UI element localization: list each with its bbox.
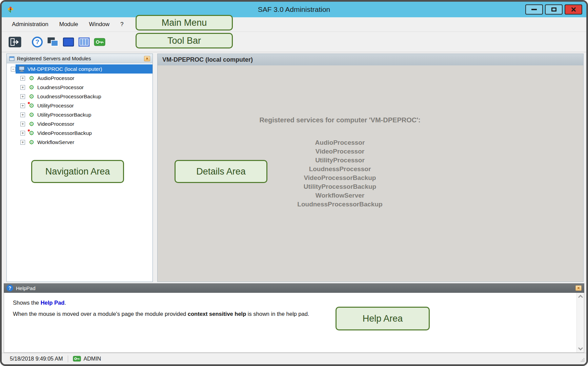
tree-item-label: UtilityProcessor	[37, 103, 74, 109]
alert-dot	[27, 102, 30, 104]
minimize-icon	[531, 9, 537, 10]
help-icon: ?	[32, 37, 43, 47]
help-line-2: When the mouse is moved over a module's …	[13, 311, 568, 317]
status-separator	[68, 355, 68, 362]
main-menu-bar: Administration Module Window ?	[2, 17, 586, 32]
tree-item-label: LoudnessProcessor	[37, 84, 84, 90]
module-gear-icon: ⚙	[28, 121, 35, 127]
navigation-close-button[interactable]: ×	[144, 56, 150, 61]
module-gear-icon: ⚙	[28, 130, 35, 137]
close-button[interactable]	[565, 4, 582, 15]
helppad-panel: ? HelpPad × Shows the Help Pad. When the…	[4, 283, 584, 353]
tree-item-label: VideoProcessor	[37, 121, 74, 127]
service-name: UtilityProcessorBackup	[158, 182, 522, 191]
gear-glyph: ⚙	[28, 121, 35, 127]
details-header-title: VM-DPEPROC (local computer)	[162, 56, 253, 63]
expand-icon[interactable]: +	[20, 140, 25, 145]
table-view-button[interactable]	[76, 34, 92, 50]
exit-button[interactable]	[7, 34, 23, 50]
help-text: .	[64, 300, 66, 306]
exit-door-icon	[8, 37, 21, 47]
helppad-header: ? HelpPad ×	[4, 283, 584, 293]
help-line-1: Shows the Help Pad.	[13, 300, 568, 306]
tree-root-label: VM-DPEPROC (local computer)	[27, 66, 102, 72]
tree-item-label: VideoProcessorBackup	[37, 130, 92, 136]
screen-icon	[63, 37, 74, 47]
gear-glyph: ⚙	[28, 93, 35, 100]
details-header: VM-DPEPROC (local computer)	[158, 54, 583, 65]
help-text: is shown in the help pad.	[246, 311, 309, 317]
minimize-button[interactable]	[525, 4, 543, 15]
computer-icon	[18, 66, 25, 73]
tree-item-label: WorkflowServer	[37, 139, 74, 145]
helppad-title: HelpPad	[16, 285, 36, 291]
help-button[interactable]: ?	[29, 34, 45, 50]
tree-item-audioprocessor[interactable]: + ⚙ AudioProcessor	[7, 74, 153, 83]
tree-item-loudnessprocessorbackup[interactable]: + ⚙ LoudnessProcessorBackup	[7, 92, 153, 101]
tree-item-videoprocessor[interactable]: + ⚙ VideoProcessor	[7, 119, 153, 128]
alert-dot	[27, 129, 30, 132]
gear-glyph: ⚙	[28, 139, 35, 146]
help-text: Shows the	[13, 300, 41, 306]
tree-item-loudnessprocessor[interactable]: + ⚙ LoudnessProcessor	[7, 83, 153, 92]
module-gear-icon: ⚙	[28, 75, 35, 82]
login-key-button[interactable]	[92, 34, 107, 50]
help-pad-link[interactable]: Help Pad	[41, 300, 65, 306]
navigation-panel-title: Registered Servers and Modules	[17, 56, 91, 61]
module-windows-icon	[47, 37, 59, 47]
module-gear-icon: ⚙	[28, 139, 35, 146]
collapse-icon[interactable]: −	[11, 67, 16, 72]
module-gear-icon: ⚙	[28, 93, 35, 100]
module-gear-icon: ⚙	[28, 111, 35, 118]
table-columns-icon	[78, 37, 90, 47]
app-flower-icon	[6, 5, 15, 14]
registered-services-title: Registered services for computer 'VM-DPE…	[158, 116, 522, 124]
panel-splitter[interactable]	[153, 54, 157, 282]
menu-window[interactable]: Window	[83, 17, 115, 32]
status-user: ADMIN	[73, 356, 101, 362]
expand-icon[interactable]: +	[20, 94, 25, 99]
tree-item-utilityprocessor[interactable]: + ⚙ UtilityProcessor	[7, 101, 153, 110]
tree-item-label: AudioProcessor	[37, 75, 74, 81]
helppad-question-icon: ?	[6, 285, 13, 291]
screen-view-button[interactable]	[61, 34, 76, 50]
panel-pin-icon	[9, 56, 15, 61]
app-window: SAF 3.0 Administration Administration Mo…	[0, 0, 588, 366]
menu-module[interactable]: Module	[54, 17, 84, 32]
help-text: When the mouse is moved over a module's …	[13, 311, 188, 317]
maximize-button[interactable]	[545, 4, 563, 15]
gear-glyph: ⚙	[28, 111, 35, 118]
tree-item-utilityprocessorbackup[interactable]: + ⚙ UtilityProcessorBackup	[7, 110, 153, 119]
maximize-icon	[551, 7, 556, 12]
tree-item-label: LoudnessProcessorBackup	[37, 94, 101, 100]
tree-item-workflowserver[interactable]: + ⚙ WorkflowServer	[7, 138, 153, 147]
help-scrollbar[interactable]	[576, 293, 584, 352]
expand-icon[interactable]: +	[20, 122, 25, 126]
expand-icon[interactable]: +	[20, 103, 25, 108]
expand-icon[interactable]: +	[20, 76, 25, 81]
service-name: WorkflowServer	[158, 191, 522, 200]
user-key-icon	[73, 356, 81, 362]
expand-icon[interactable]: +	[20, 85, 25, 90]
expand-icon[interactable]: +	[20, 131, 25, 136]
scroll-down-icon[interactable]	[578, 346, 583, 350]
resize-grip[interactable]	[580, 357, 585, 363]
tool-bar: ?	[2, 32, 586, 52]
annotation-help-area: Help Area	[336, 307, 430, 330]
menu-administration[interactable]: Administration	[6, 17, 54, 32]
gear-glyph: ⚙	[28, 75, 35, 82]
tree-item-videoprocessorbackup[interactable]: + ⚙ VideoProcessorBackup	[7, 128, 153, 138]
tree-root-selection[interactable]: VM-DPEPROC (local computer)	[16, 64, 153, 74]
annotation-main-menu: Main Menu	[136, 15, 233, 30]
window-controls	[525, 4, 582, 15]
menu-help[interactable]: ?	[115, 17, 129, 32]
expand-icon[interactable]: +	[20, 113, 25, 117]
tree-root-server[interactable]: − VM-DPEPROC (local computer)	[7, 64, 153, 74]
helppad-close-button[interactable]: ×	[575, 285, 582, 291]
module-manager-button[interactable]	[45, 34, 61, 50]
annotation-tool-bar: Tool Bar	[136, 33, 233, 48]
scroll-up-icon[interactable]	[578, 295, 583, 300]
service-name: AudioProcessor	[158, 138, 522, 147]
helppad-content: Shows the Help Pad. When the mouse is mo…	[4, 293, 584, 353]
help-text-bold: context sensitive help	[188, 311, 246, 317]
